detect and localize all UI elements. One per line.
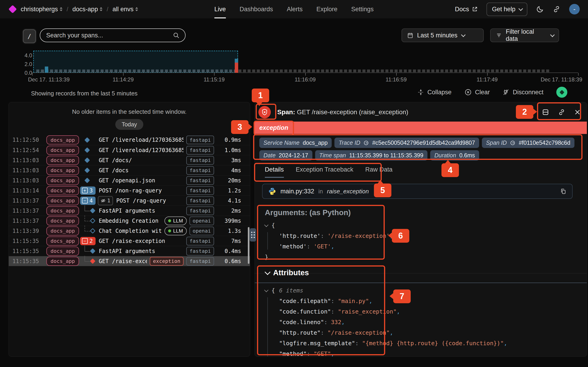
annotation-label-3: 3 bbox=[231, 120, 249, 134]
span-title: Span: GET /raise-exception (raise_except… bbox=[277, 108, 408, 116]
link-icon[interactable] bbox=[510, 140, 515, 146]
time-range-button[interactable]: Last 5 minutes bbox=[401, 28, 484, 42]
source-function: raise_exception bbox=[327, 188, 369, 195]
breadcrumb-item-all envs[interactable]: all envs bbox=[112, 6, 138, 13]
logfire-logo-icon[interactable] bbox=[9, 5, 17, 14]
expand-toggle[interactable]: −4 bbox=[80, 197, 95, 205]
span-badges: fastapi bbox=[186, 196, 214, 205]
tree-connector bbox=[85, 256, 90, 262]
panel-resize-handle[interactable] bbox=[250, 228, 256, 242]
filter-local-data-button[interactable]: Filter local data bbox=[490, 28, 559, 42]
code-open-line: {6 items bbox=[265, 285, 582, 296]
span-badges: exceptionfastapi bbox=[150, 257, 214, 266]
search-box[interactable] bbox=[40, 28, 186, 42]
close-icon[interactable] bbox=[574, 109, 581, 116]
span-row[interactable]: 11:13:03docs_appGET /docsfastapi4ms bbox=[9, 165, 250, 175]
empty-window-message: No older items in the selected time wind… bbox=[9, 108, 250, 115]
annotation-label-4: 4 bbox=[441, 163, 459, 177]
fastapi-tag: fastapi bbox=[186, 156, 214, 165]
span-row[interactable]: 11:15:35docs_appFastAPI argumentsfastapi… bbox=[9, 246, 250, 256]
meta-pill-time-span: Time span11:15:35.399 to 11:15:35.399 bbox=[315, 150, 427, 161]
annotation-label-1: 1 bbox=[252, 89, 269, 102]
hidden-spans-badge[interactable]: 1 bbox=[98, 196, 113, 205]
span-row[interactable]: 11:13:37docs_appEmbedding Creation wit…L… bbox=[9, 216, 250, 226]
span-duration: 2ms bbox=[214, 208, 241, 214]
breadcrumb-separator: / bbox=[67, 6, 68, 13]
collapse-chevron-icon[interactable] bbox=[264, 223, 268, 227]
span-title-label: Span: bbox=[277, 108, 295, 116]
span-row[interactable]: 11:13:39docs_appChat Completion with '…L… bbox=[9, 226, 250, 236]
span-detail-panel: Span: GET /raise-exception (raise_except… bbox=[254, 102, 587, 357]
app-screen: christophergs/docs-app/all envs LiveDash… bbox=[0, 0, 588, 367]
docs-link[interactable]: Docs bbox=[455, 6, 478, 13]
span-name: POST /rag-query bbox=[116, 198, 183, 204]
timeline-chart[interactable]: 4.02.00.0 Dec 17. 11:13:3911:14:2911:15:… bbox=[0, 49, 588, 87]
span-duration: 399ms bbox=[214, 218, 241, 224]
meta-pill-trace-id: Trace ID#c5ec5005042796e91d5db42ca9fd980… bbox=[334, 138, 479, 148]
span-time: 11:15:35 bbox=[12, 238, 39, 244]
fastapi-tag: fastapi bbox=[186, 247, 214, 256]
collapse-chevron-icon[interactable] bbox=[264, 288, 268, 292]
detail-tab-raw-data[interactable]: Raw Data bbox=[365, 166, 393, 178]
x-tick-mark bbox=[214, 73, 215, 76]
collapse-button[interactable]: Collapse bbox=[417, 89, 451, 96]
tab-settings[interactable]: Settings bbox=[351, 0, 374, 18]
code-location[interactable]: main.py:332 in raise_exception bbox=[262, 184, 573, 199]
dark-mode-toggle-icon[interactable] bbox=[536, 5, 544, 13]
filter-label: Filter local data bbox=[506, 28, 547, 42]
diamond-blue-icon bbox=[90, 208, 95, 213]
dock-panel-icon[interactable] bbox=[542, 108, 549, 116]
share-link-icon[interactable] bbox=[553, 5, 561, 13]
breadcrumb: christophergs/docs-app/all envs bbox=[21, 6, 138, 13]
span-time: 11:15:35 bbox=[12, 258, 39, 265]
span-row[interactable]: 11:15:35docs_appGET /raise-exception …ex… bbox=[9, 256, 250, 266]
breadcrumb-item-christophergs[interactable]: christophergs bbox=[21, 6, 62, 13]
tree-connector bbox=[85, 205, 90, 211]
span-structure bbox=[79, 135, 95, 145]
span-row[interactable]: 11:12:50docs_appGET /livereload/12703636… bbox=[9, 135, 250, 145]
span-name: POST /non-rag-query bbox=[99, 187, 183, 194]
llm-pill: LLM bbox=[164, 227, 187, 235]
span-structure bbox=[79, 175, 95, 185]
span-badges: LLMopenai bbox=[164, 227, 214, 235]
indent-guide bbox=[267, 232, 268, 250]
attributes-heading[interactable]: Attributes bbox=[265, 268, 582, 277]
tab-alerts[interactable]: Alerts bbox=[287, 0, 303, 18]
span-row[interactable]: 11:13:03docs_appGET /docs/fastapi3ms bbox=[9, 155, 250, 165]
detail-tab-exception-traceback[interactable]: Exception Traceback bbox=[296, 166, 354, 178]
y-tick-label: 4.0 bbox=[14, 52, 32, 59]
span-row[interactable]: 11:13:37docs_app−41POST /rag-queryfastap… bbox=[9, 195, 250, 206]
get-help-button[interactable]: Get help bbox=[486, 2, 527, 16]
service-badge: docs_app bbox=[46, 247, 79, 256]
tab-explore[interactable]: Explore bbox=[317, 0, 338, 18]
clear-button[interactable]: Clear bbox=[464, 89, 490, 96]
tab-dashboards[interactable]: Dashboards bbox=[240, 0, 273, 18]
list-scrollbar-thumb[interactable] bbox=[248, 227, 250, 264]
expand-toggle[interactable]: +3 bbox=[80, 186, 95, 195]
span-row[interactable]: 11:12:54docs_appGET /livereload/12703636… bbox=[9, 145, 250, 155]
live-indicator[interactable] bbox=[556, 87, 567, 98]
link-icon[interactable] bbox=[363, 140, 369, 146]
avatar[interactable]: - bbox=[569, 4, 580, 15]
detail-tab-details[interactable]: Details bbox=[265, 166, 284, 178]
annotation-label-2: 2 bbox=[516, 105, 533, 119]
breadcrumb-item-docs-app[interactable]: docs-app bbox=[72, 6, 103, 13]
expand-toggle[interactable]: −2 bbox=[80, 237, 95, 245]
span-row[interactable]: 11:13:14docs_app+3POST /non-rag-queryfas… bbox=[9, 185, 250, 195]
search-input[interactable] bbox=[46, 32, 173, 39]
span-row[interactable]: 11:13:37docs_appFastAPI argumentsfastapi… bbox=[9, 206, 250, 216]
span-structure bbox=[79, 246, 95, 256]
service-badge: docs_app bbox=[46, 196, 79, 205]
span-row[interactable]: 11:13:03docs_appGET /openapi.jsonfastapi… bbox=[9, 175, 250, 185]
x-tick-mark bbox=[32, 73, 33, 76]
copy-link-icon[interactable] bbox=[558, 108, 565, 116]
span-row[interactable]: 11:15:35docs_app−2GET /raise-exceptionfa… bbox=[9, 236, 250, 246]
span-name: FastAPI arguments bbox=[99, 208, 183, 214]
disconnect-button[interactable]: Disconnect bbox=[502, 89, 544, 96]
code-entry: "method": "GET", bbox=[279, 349, 582, 357]
clear-icon bbox=[464, 89, 472, 96]
tab-live[interactable]: Live bbox=[214, 0, 226, 18]
copy-icon[interactable] bbox=[560, 188, 567, 195]
x-tick-mark bbox=[305, 73, 306, 76]
today-button[interactable]: Today bbox=[115, 119, 144, 130]
